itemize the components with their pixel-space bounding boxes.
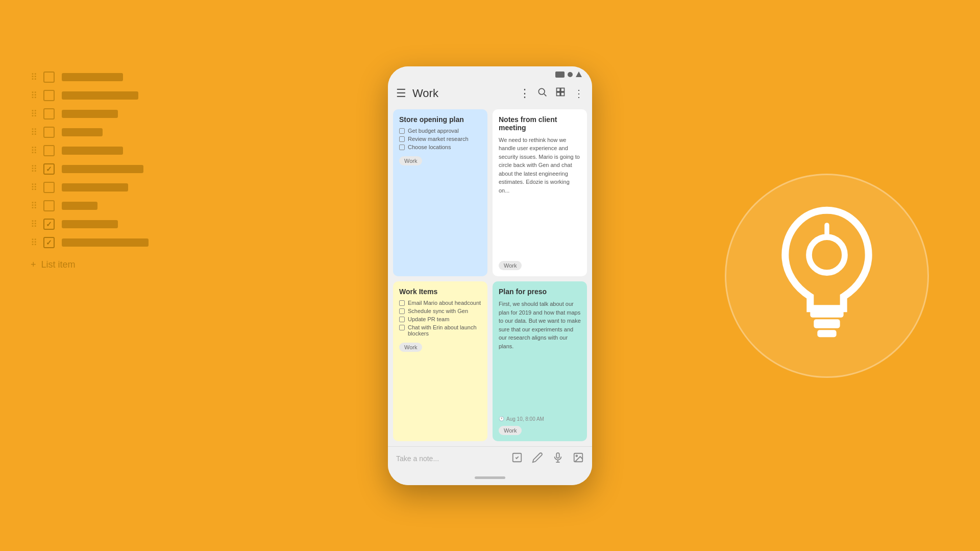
decorative-list: ⠿ ⠿ ⠿ ⠿ ⠿ ⠿ ⠿ ⠿ ⠿ ⠿ — [31, 71, 149, 270]
svg-rect-13 — [814, 319, 840, 328]
svg-point-15 — [809, 237, 845, 273]
list-bar — [62, 220, 118, 228]
phone-mockup: ☰ Work ⋮ ⋮ — [388, 66, 592, 485]
svg-rect-3 — [561, 88, 565, 92]
notes-grid: Store opening plan Get budget approval R… — [388, 104, 592, 446]
drag-icon: ⠿ — [31, 90, 36, 101]
list-checkbox-checked — [43, 237, 55, 248]
image-icon[interactable] — [573, 452, 584, 466]
note-checklist-item: Chat with Erin about launch blockers — [399, 324, 481, 337]
list-bar — [62, 91, 138, 100]
signal-dot — [568, 72, 573, 77]
list-bar — [62, 165, 143, 173]
checklist-icon[interactable] — [511, 452, 523, 466]
list-bar — [62, 147, 123, 155]
note-title: Store opening plan — [399, 115, 481, 124]
search-icon[interactable] — [537, 87, 547, 100]
drag-icon: ⠿ — [31, 200, 36, 211]
header-actions: ⋮ — [537, 87, 584, 100]
more-icon[interactable]: ⋮ — [574, 87, 584, 100]
list-bar — [62, 73, 123, 81]
add-item-label: List item — [41, 259, 76, 270]
wifi-icon — [576, 71, 582, 77]
drag-icon: ⠿ — [31, 163, 36, 175]
note-cb — [399, 145, 405, 150]
note-checklist-item: Review market research — [399, 136, 481, 142]
svg-point-11 — [576, 455, 577, 457]
home-bar — [388, 471, 592, 485]
home-bar-pill — [475, 476, 505, 479]
note-checklist-item: Email Mario about headcount — [399, 300, 481, 306]
note-work-items[interactable]: Work Items Email Mario about headcount S… — [393, 281, 487, 441]
add-item-row[interactable]: + List item — [31, 259, 149, 270]
list-checkbox — [43, 200, 55, 211]
drag-icon: ⠿ — [31, 71, 36, 83]
list-item: ⠿ — [31, 108, 149, 119]
overflow-menu-icon[interactable]: ⋮ — [519, 87, 531, 100]
svg-rect-14 — [817, 330, 836, 337]
note-title: Plan for preso — [499, 288, 581, 296]
drag-icon: ⠿ — [31, 182, 36, 193]
add-icon: + — [31, 259, 36, 270]
note-plan-preso[interactable]: Plan for preso First, we should talk abo… — [493, 281, 587, 441]
list-item: ⠿ — [31, 127, 149, 138]
status-bar — [388, 66, 592, 83]
list-checkbox — [43, 108, 55, 119]
note-store-opening[interactable]: Store opening plan Get budget approval R… — [393, 109, 487, 277]
note-cb — [399, 325, 405, 330]
circle-background — [725, 174, 929, 378]
list-checkbox — [43, 90, 55, 101]
note-tag: Work — [399, 343, 422, 352]
note-body: First, we should talk about our plan for… — [499, 300, 581, 413]
note-checklist-item: Schedule sync with Gen — [399, 308, 481, 314]
draw-icon[interactable] — [532, 452, 543, 466]
list-item: ⠿ — [31, 200, 149, 211]
list-checkbox-checked — [43, 219, 55, 230]
list-bar — [62, 238, 149, 247]
list-item: ⠿ — [31, 163, 149, 175]
list-checkbox — [43, 127, 55, 138]
bottom-toolbar: Take a note... — [388, 446, 592, 471]
list-item: ⠿ — [31, 71, 149, 83]
take-note-placeholder[interactable]: Take a note... — [396, 454, 505, 463]
lightbulb-decoration — [725, 174, 929, 378]
svg-point-0 — [538, 88, 545, 94]
svg-rect-7 — [556, 452, 559, 458]
list-item: ⠿ — [31, 219, 149, 230]
lightbulb-icon — [766, 204, 888, 347]
note-cb — [399, 317, 405, 322]
layout-icon[interactable] — [555, 87, 566, 100]
note-tag: Work — [499, 261, 522, 270]
note-cb — [399, 136, 405, 142]
list-bar — [62, 110, 118, 118]
list-item: ⠿ — [31, 182, 149, 193]
note-checklist-item: Update PR team — [399, 316, 481, 322]
note-cb — [399, 300, 405, 306]
note-cb — [399, 308, 405, 314]
microphone-icon[interactable] — [552, 452, 564, 466]
list-item: ⠿ — [31, 145, 149, 156]
note-body: We need to rethink how we handle user ex… — [499, 136, 581, 257]
phone-body: ☰ Work ⋮ ⋮ — [388, 66, 592, 485]
bottom-action-icons — [511, 452, 584, 466]
note-checklist-item: Get budget approval — [399, 128, 481, 134]
list-item: ⠿ — [31, 90, 149, 101]
list-bar — [62, 202, 97, 210]
drag-icon: ⠿ — [31, 145, 36, 156]
svg-rect-5 — [561, 92, 565, 96]
menu-icon[interactable]: ☰ — [396, 87, 406, 100]
list-checkbox — [43, 71, 55, 83]
svg-rect-12 — [810, 308, 843, 318]
note-cb — [399, 128, 405, 134]
svg-rect-4 — [557, 92, 560, 96]
app-title: Work — [412, 87, 513, 100]
list-checkbox — [43, 182, 55, 193]
list-bar — [62, 128, 103, 136]
app-header: ☰ Work ⋮ ⋮ — [388, 83, 592, 104]
list-bar — [62, 183, 128, 191]
note-tag: Work — [399, 156, 422, 165]
note-timestamp: Aug 10, 8:00 AM — [499, 416, 581, 422]
note-client-meeting[interactable]: Notes from client meeting We need to ret… — [493, 109, 587, 277]
list-checkbox — [43, 145, 55, 156]
battery-icon — [555, 71, 565, 78]
